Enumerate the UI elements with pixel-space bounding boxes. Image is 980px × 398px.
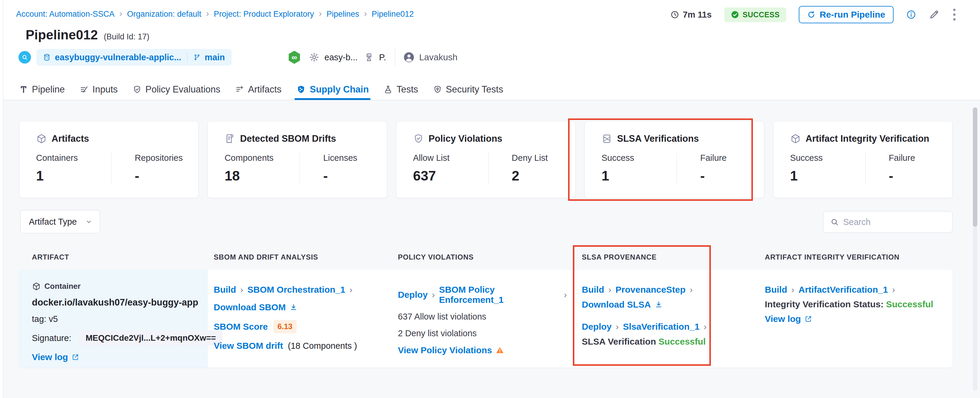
meta-divider bbox=[395, 49, 395, 66]
status-text: SUCCESS bbox=[743, 10, 780, 19]
cube-icon bbox=[36, 133, 47, 144]
column-header-policy: POLICY VIOLATIONS bbox=[392, 253, 576, 261]
sbom-score-label: SBOM Score bbox=[214, 321, 268, 332]
tab-inputs[interactable]: Inputs bbox=[80, 79, 118, 100]
vertical-scrollbar[interactable] bbox=[973, 107, 977, 391]
summary-cards: Artifacts Containers1 Repositories- Dete… bbox=[19, 121, 953, 198]
stat-label: Failure bbox=[889, 153, 943, 163]
stat-label: Licenses bbox=[323, 153, 378, 163]
inputs-icon bbox=[80, 85, 89, 94]
stat-label: Success bbox=[790, 153, 865, 163]
chevron-right-icon: › bbox=[432, 290, 435, 300]
service-icon bbox=[364, 53, 374, 62]
stat-label: Repositories bbox=[135, 153, 189, 163]
tab-policy-evaluations[interactable]: Policy Evaluations bbox=[133, 79, 221, 100]
avatar-icon bbox=[403, 51, 415, 63]
breadcrumb-pipeline012[interactable]: Pipeline012 bbox=[372, 10, 414, 19]
breadcrumb: Account: Automation-SSCA › Organization:… bbox=[16, 9, 414, 19]
tab-label: Security Tests bbox=[446, 84, 503, 95]
download-sbom-label: Download SBOM bbox=[214, 302, 286, 312]
chevron-right-icon: › bbox=[608, 285, 611, 295]
tab-pipeline[interactable]: Pipeline bbox=[19, 79, 65, 100]
edit-pencil-icon[interactable] bbox=[929, 9, 939, 20]
header-actions: 7m 11s SUCCESS Re-run Pipeline bbox=[670, 4, 957, 25]
search-box bbox=[823, 211, 953, 233]
stage-link-deploy[interactable]: Deploy bbox=[582, 321, 612, 332]
breadcrumb-account[interactable]: Account: Automation-SSCA bbox=[16, 10, 115, 19]
scrollbar-thumb[interactable] bbox=[973, 107, 977, 227]
step-link-sbom-orchestration[interactable]: SBOM Orchestration_1 bbox=[247, 285, 345, 295]
supply-chain-shield-icon bbox=[296, 85, 306, 94]
view-sbom-drift-link[interactable]: View SBOM drift bbox=[214, 341, 283, 351]
more-options-kebab-icon[interactable] bbox=[952, 8, 957, 22]
shield-check-icon bbox=[413, 133, 424, 144]
breadcrumb-organization[interactable]: Organization: default bbox=[127, 10, 201, 19]
column-header-slsa: SLSA PROVENANCE bbox=[576, 253, 759, 261]
stat-value: 1 bbox=[601, 168, 676, 184]
stat-value: 2 bbox=[512, 168, 566, 184]
stat-value: 637 bbox=[413, 168, 488, 184]
tab-label: Supply Chain bbox=[310, 84, 369, 95]
tab-label: Artifacts bbox=[248, 84, 282, 95]
flask-icon bbox=[383, 85, 393, 94]
git-branch-icon bbox=[193, 54, 200, 61]
stat-value: - bbox=[135, 168, 189, 184]
info-icon[interactable] bbox=[906, 10, 916, 20]
tab-artifacts[interactable]: Artifacts bbox=[235, 79, 282, 100]
signature-label: Signature: bbox=[32, 333, 71, 343]
chevron-right-icon: › bbox=[364, 9, 367, 19]
sbom-document-icon bbox=[224, 133, 235, 144]
step-link-slsa-verification[interactable]: SlsaVerification_1 bbox=[623, 321, 700, 332]
user-name: Lavakush bbox=[419, 52, 457, 62]
view-log-link[interactable]: View log bbox=[765, 314, 812, 324]
search-input[interactable] bbox=[843, 217, 956, 227]
signature-value[interactable]: MEQCICde2Vjl...L+2+mqnOXw== bbox=[79, 330, 222, 346]
stat-label: Success bbox=[601, 153, 676, 163]
chevron-right-icon: › bbox=[319, 9, 322, 19]
stage-link-deploy[interactable]: Deploy bbox=[398, 290, 428, 300]
stat-value: - bbox=[700, 168, 755, 184]
tab-tests[interactable]: Tests bbox=[383, 79, 418, 100]
tab-security-tests[interactable]: Security Tests bbox=[433, 79, 503, 100]
trigger-user-abbrev: P. bbox=[379, 53, 386, 62]
stage-link-build[interactable]: Build bbox=[765, 285, 787, 295]
stat-label: Containers bbox=[36, 153, 111, 163]
artifact-cell: Container docker.io/lavakush07/easy-bugg… bbox=[19, 270, 208, 368]
stat-value: 1 bbox=[36, 168, 111, 184]
user-chip: Lavakush bbox=[403, 51, 457, 63]
run-duration: 7m 11s bbox=[670, 10, 712, 20]
breadcrumb-pipelines[interactable]: Pipelines bbox=[327, 10, 360, 19]
chevron-right-icon: › bbox=[564, 290, 567, 300]
stat-label: Failure bbox=[700, 153, 755, 163]
view-policy-violations-link[interactable]: View Policy Violations bbox=[398, 345, 504, 355]
tab-label: Policy Evaluations bbox=[145, 84, 221, 95]
step-link-artifact-verification[interactable]: ArtifactVerification_1 bbox=[799, 285, 888, 295]
download-sbom-link[interactable]: Download SBOM bbox=[214, 302, 298, 312]
column-header-artifact: ARTIFACT bbox=[19, 253, 208, 261]
download-slsa-label: Download SLSA bbox=[582, 299, 651, 310]
artifact-table-row: Container docker.io/lavakush07/easy-bugg… bbox=[19, 270, 953, 368]
integrity-status-value: Successful bbox=[886, 299, 933, 309]
tab-label: Pipeline bbox=[32, 84, 65, 95]
step-link-sbom-policy-enforcement[interactable]: SBOM Policy Enforcement_1 bbox=[439, 285, 560, 305]
sbom-score-link[interactable]: SBOM Score bbox=[214, 321, 268, 332]
artifact-table-header: ARTIFACT SBOM AND DRIFT ANALYSIS POLICY … bbox=[19, 253, 953, 261]
stage-link-build[interactable]: Build bbox=[582, 285, 604, 295]
tab-supply-chain[interactable]: Supply Chain bbox=[296, 79, 369, 100]
trigger-pipeline-name[interactable]: easy-b... bbox=[325, 53, 358, 62]
build-id: (Build Id: 17) bbox=[104, 32, 150, 42]
repo-branch-pill[interactable]: easybuggy-vulnerable-applic... main bbox=[37, 49, 232, 66]
cube-icon bbox=[32, 282, 41, 291]
step-link-provenance[interactable]: ProvenanceStep bbox=[616, 285, 686, 295]
stage-link-build[interactable]: Build bbox=[214, 285, 236, 295]
shield-check-icon bbox=[133, 85, 142, 94]
stat-value: - bbox=[889, 168, 943, 184]
chevron-right-icon: › bbox=[119, 9, 122, 19]
rerun-pipeline-button[interactable]: Re-run Pipeline bbox=[799, 6, 894, 23]
artifact-type-dropdown[interactable]: Artifact Type bbox=[20, 210, 100, 233]
drift-components-count: (18 Components ) bbox=[288, 341, 357, 351]
view-log-link[interactable]: View log bbox=[32, 352, 79, 362]
external-link-icon bbox=[805, 315, 812, 323]
breadcrumb-project[interactable]: Project: Product Exploratory bbox=[214, 10, 314, 19]
download-slsa-link[interactable]: Download SLSA bbox=[582, 299, 663, 310]
